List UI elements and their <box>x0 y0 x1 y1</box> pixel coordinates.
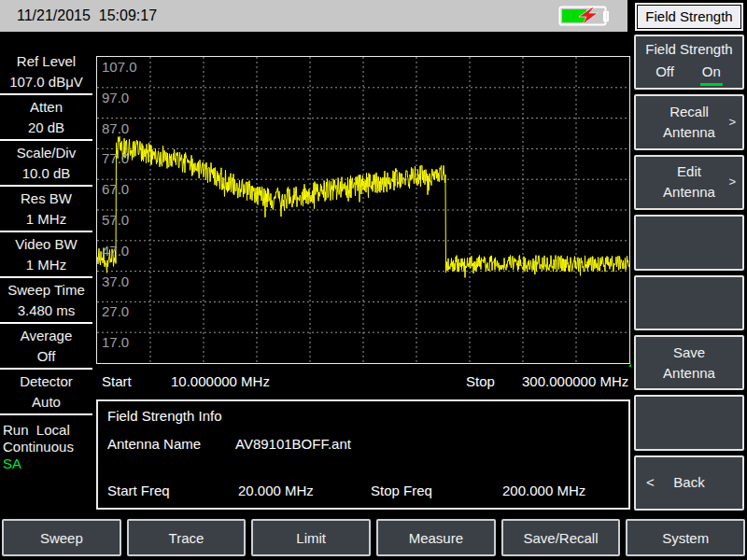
separator <box>0 231 92 232</box>
setting-sweep-time: Sweep Time3.480 ms <box>0 279 92 321</box>
menu-button-system[interactable]: System <box>626 519 745 556</box>
setting-video-bw: Video BW1 MHz <box>0 233 92 275</box>
softkey-label: Antenna <box>663 363 715 384</box>
softkey-label: Antenna <box>663 182 715 203</box>
sweep-mode: Continuous <box>3 439 92 455</box>
run-status-block: Run LocalContinuousSA <box>0 416 92 472</box>
info-panel-title: Field Strength Info <box>107 408 222 424</box>
separator <box>0 139 92 141</box>
start-freq-label: Start <box>102 373 132 389</box>
setting-label: Scale/Div <box>0 143 92 163</box>
y-axis-tick-label: 17.0 <box>102 334 129 350</box>
setting-value: 1 MHz <box>0 209 92 230</box>
y-axis-tick-label: 47.0 <box>102 243 129 259</box>
softkey-label: Recall <box>669 102 709 122</box>
y-axis-tick-label: 57.0 <box>102 212 129 228</box>
y-axis-tick-label: 87.0 <box>102 120 129 136</box>
battery-charging-icon <box>558 5 616 27</box>
separator <box>0 185 92 187</box>
frequency-axis-row: Start 10.000000 MHz Stop 300.000000 MHz <box>96 367 632 395</box>
antenna-start-freq-label: Start Freq <box>107 483 170 498</box>
setting-label: Atten <box>0 97 92 118</box>
settings-readout-panel: Ref Level107.0 dBμVAtten20 dBScale/Div10… <box>0 32 92 516</box>
softkey-edit-antenna[interactable]: EditAntenna> <box>634 155 744 210</box>
softkey-blank <box>634 215 744 270</box>
toggle-off-option[interactable]: Off <box>655 62 674 86</box>
menu-button-sweep[interactable]: Sweep <box>2 519 121 556</box>
run-state: Run Local <box>3 422 92 439</box>
softkey-blank <box>634 395 744 450</box>
softkey-label: Save <box>673 343 705 363</box>
separator <box>0 368 92 370</box>
y-axis-tick-label: 97.0 <box>102 90 129 105</box>
softkey-menu: Field Strength Field StrengthOffOnRecall… <box>631 0 747 516</box>
menu-button-save-recall[interactable]: Save/Recall <box>501 519 621 556</box>
softkey-field-strength-toggle[interactable]: Field StrengthOffOn <box>634 35 744 90</box>
setting-detector: DetectorAuto <box>0 371 92 413</box>
stop-freq-value: 300.000000 MHz <box>522 373 628 389</box>
back-arrow-icon: < <box>646 472 655 493</box>
separator <box>0 322 92 324</box>
softkey-save-antenna[interactable]: SaveAntenna <box>634 335 744 390</box>
analyzer-screen: 11/21/2015 15:09:17 Ref Level107.0 dBμVA… <box>0 0 747 560</box>
softkey-label: Back <box>673 472 704 493</box>
softkey-blank <box>634 275 744 330</box>
field-strength-info-panel: Field Strength Info Antenna Name AV89101… <box>96 399 630 510</box>
antenna-stop-freq-label: Stop Freq <box>371 483 432 498</box>
antenna-name-label: Antenna Name <box>107 436 201 452</box>
battery-charging-icon <box>558 5 616 31</box>
spectrum-chart: 107.097.087.077.067.057.047.037.027.017.… <box>96 56 630 364</box>
separator <box>0 93 92 95</box>
y-axis-tick-label: 77.0 <box>102 150 129 166</box>
softkey-label: Field Strength <box>645 39 732 60</box>
antenna-start-freq-value: 20.000 MHz <box>238 483 314 498</box>
status-bar: 11/21/2015 15:09:17 <box>0 0 627 32</box>
mode-indicator: SA <box>3 455 92 472</box>
menu-button-limit[interactable]: Limit <box>251 519 371 556</box>
setting-label: Detector <box>0 371 92 392</box>
setting-value: 10.0 dB <box>0 163 92 184</box>
y-axis-tick-label: 107.0 <box>102 59 137 75</box>
start-freq-value: 10.000000 MHz <box>171 373 270 389</box>
softkey-list: Field StrengthOffOnRecallAntenna>EditAnt… <box>631 35 747 511</box>
menu-button-trace[interactable]: Trace <box>127 519 247 556</box>
setting-atten: Atten20 dB <box>0 96 92 138</box>
setting-value: 3.480 ms <box>0 301 92 321</box>
toggle-on-option[interactable]: On <box>700 62 723 86</box>
setting-label: Ref Level <box>0 51 92 72</box>
setting-value: 1 MHz <box>0 255 92 275</box>
antenna-name-value: AV89101BOFF.ant <box>235 436 351 452</box>
setting-value: 20 dB <box>0 118 92 138</box>
setting-value: 107.0 dBμV <box>0 72 92 92</box>
setting-value: Off <box>0 346 92 367</box>
antenna-stop-freq-value: 200.000 MHz <box>502 483 585 498</box>
setting-label: Sweep Time <box>0 280 92 301</box>
stop-freq-label: Stop <box>466 373 495 389</box>
softkey-label: Edit <box>677 161 701 182</box>
softkey-recall-antenna[interactable]: RecallAntenna> <box>634 94 744 149</box>
y-axis-tick-label: 67.0 <box>102 181 129 197</box>
setting-label: Average <box>0 326 92 346</box>
setting-average: AverageOff <box>0 325 92 367</box>
submenu-arrow-icon: > <box>728 112 736 133</box>
setting-label: Res BW <box>0 189 92 209</box>
setting-scale-div: Scale/Div10.0 dB <box>0 142 92 184</box>
y-axis-tick-label: 37.0 <box>102 273 129 289</box>
y-axis-tick-label: 27.0 <box>102 303 129 319</box>
separator <box>0 276 92 278</box>
setting-value: Auto <box>0 392 92 413</box>
menu-button-measure[interactable]: Measure <box>376 519 496 556</box>
menu-title: Field Strength <box>635 3 743 31</box>
setting-res-bw: Res BW1 MHz <box>0 188 92 230</box>
separator <box>0 413 92 415</box>
setting-label: Video BW <box>0 234 92 255</box>
datetime-display: 11/21/2015 15:09:17 <box>17 7 157 24</box>
setting-ref-level: Ref Level107.0 dBμV <box>0 50 92 92</box>
function-bar: SweepTraceLimitMeasureSave/RecallSystem <box>0 516 747 560</box>
softkey-back[interactable]: <Back <box>634 455 744 511</box>
submenu-arrow-icon: > <box>728 172 736 192</box>
softkey-label: Antenna <box>663 122 715 143</box>
chart-canvas <box>97 57 629 363</box>
